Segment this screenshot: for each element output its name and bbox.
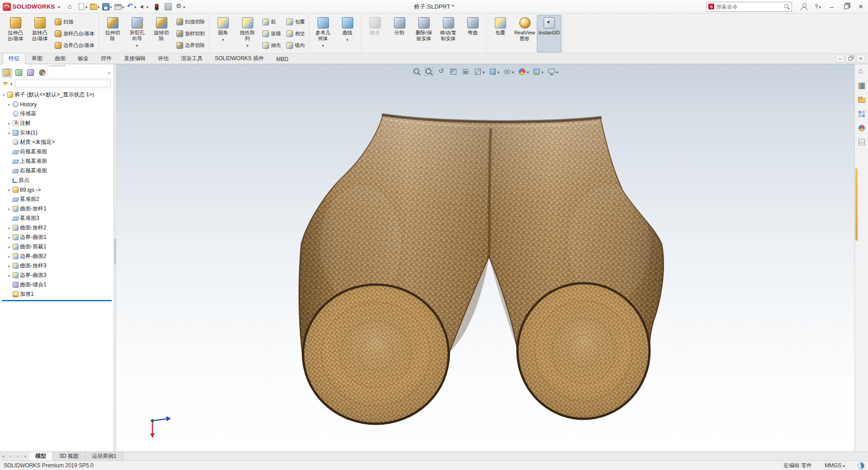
swept-boss-button[interactable]: 扫描 — [52, 16, 97, 28]
rib-button[interactable]: 筋 — [260, 16, 283, 28]
close-button[interactable] — [854, 1, 868, 13]
design-library-button[interactable] — [856, 81, 867, 91]
dropdown-caret-icon[interactable] — [527, 69, 529, 75]
home-button[interactable] — [856, 66, 867, 77]
configurationmanager-tab-button[interactable] — [25, 68, 36, 77]
expand-arrow-icon[interactable] — [6, 131, 12, 135]
dropdown-caret-icon[interactable] — [322, 42, 324, 48]
view-orientation-button[interactable] — [473, 67, 486, 76]
revolved-cut-button[interactable]: 旋转切除 — [149, 15, 174, 52]
reference-geometry-button[interactable]: 参考几何体 — [311, 15, 335, 52]
panel-splitter-grip[interactable] — [0, 64, 114, 67]
viewport[interactable] — [116, 64, 854, 451]
doc-restore-button[interactable] — [846, 55, 855, 62]
tree-item-top-plane[interactable]: 上视基准面 — [0, 157, 114, 166]
tree-item-solid-bodies[interactable]: 实体(1) — [0, 128, 114, 138]
new-document-button[interactable] — [77, 1, 89, 12]
tab-surfaces[interactable]: 曲面 — [49, 53, 71, 64]
realview-graphics-button[interactable]: RealView图形 — [512, 15, 537, 52]
expand-arrow-icon[interactable] — [6, 102, 12, 107]
doc-close-button[interactable] — [856, 55, 865, 62]
tree-item-right-plane[interactable]: 右视基准面 — [0, 166, 114, 176]
expand-arrow-icon[interactable] — [6, 254, 12, 259]
lofted-boss-button[interactable]: 放样凸台/基体 — [52, 28, 97, 39]
tab-direct-editing[interactable]: 直接编辑 — [118, 53, 152, 64]
zoom-area-button[interactable] — [424, 67, 434, 76]
tab-solidworks-add-ins[interactable]: SOLIDWORKS 插件 — [209, 53, 270, 64]
tree-item-sensors[interactable]: 传感器 — [0, 109, 114, 119]
search-input[interactable] — [716, 4, 783, 10]
tree-item-imported-69igs[interactable]: 69.igs -> — [0, 185, 114, 195]
open-button[interactable] — [89, 1, 101, 12]
tree-item-surface-loft2[interactable]: 曲面-放样2 — [0, 223, 114, 233]
file-explorer-button[interactable] — [856, 95, 867, 105]
dropdown-caret-icon[interactable] — [346, 36, 349, 43]
dynamic-annotation-views-button[interactable] — [460, 67, 471, 76]
curves-button[interactable]: 曲线 — [335, 15, 360, 52]
minimize-button[interactable] — [825, 1, 839, 13]
apply-scene-button[interactable] — [531, 67, 545, 76]
revolved-boss-button[interactable]: 旋转凸台/基体 — [28, 15, 52, 52]
view-settings-button[interactable] — [162, 1, 174, 12]
wrap-button[interactable]: 包覆 — [284, 16, 307, 28]
expand-arrow-icon[interactable] — [6, 226, 12, 230]
doc-tab-nav-1[interactable]: ‹ — [7, 452, 14, 461]
home-button[interactable] — [65, 1, 76, 12]
draft-button[interactable]: 拔模 — [260, 28, 283, 39]
tree-item-history[interactable]: History — [0, 100, 114, 109]
save-button[interactable] — [101, 1, 113, 12]
tab-mbd[interactable]: MBD — [270, 54, 294, 64]
mirror-button[interactable]: 镜向 — [284, 40, 307, 51]
units-selector[interactable]: MMGS — [825, 462, 845, 469]
restore-button[interactable] — [839, 1, 854, 13]
doc-tab-3d-views[interactable]: 3D 视图 — [53, 452, 85, 461]
zoom-fit-button[interactable] — [412, 67, 422, 76]
tree-item-boundary-surface3[interactable]: 边界-曲面3 — [0, 271, 114, 280]
previous-view-button[interactable] — [436, 67, 446, 76]
tree-item-surface-loft1[interactable]: 曲面-放样1 — [0, 204, 114, 214]
dropdown-caret-icon[interactable] — [512, 69, 514, 75]
select-button[interactable] — [138, 1, 150, 12]
dropdown-caret-icon[interactable] — [497, 69, 499, 75]
doc-tab-nav-2[interactable]: › — [14, 452, 22, 461]
featuremanager-tab-button[interactable] — [2, 68, 12, 77]
dropdown-caret-icon[interactable] — [483, 69, 485, 75]
boundary-cut-button[interactable]: 边界切除 — [174, 40, 207, 51]
expand-arrow-icon[interactable] — [6, 121, 12, 126]
options-button[interactable] — [175, 1, 186, 12]
propertymanager-tab-button[interactable] — [14, 68, 24, 77]
doc-tab-nav-3[interactable]: » — [22, 452, 29, 461]
tree-item-plane3[interactable]: 基准面3 — [0, 214, 114, 223]
tree-item-material[interactable]: 材质 <未指定> — [0, 138, 114, 147]
panel-flyout-chevron-icon[interactable] — [106, 69, 112, 76]
user-account-icon[interactable] — [800, 3, 807, 10]
expand-arrow-icon[interactable] — [6, 245, 12, 249]
tree-item-surface-loft3[interactable]: 曲面-放样3 — [0, 261, 114, 271]
tree-item-boundary-surface1[interactable]: 边界-曲面1 — [0, 233, 114, 242]
dropdown-caret-icon[interactable] — [136, 42, 138, 48]
instant3d-button[interactable]: Instant3D — [537, 15, 561, 52]
edit-appearance-button[interactable] — [517, 67, 530, 76]
boundary-boss-button[interactable]: 边界凸台/基体 — [52, 40, 97, 51]
appearances-scenes-button[interactable] — [856, 123, 867, 133]
tree-item-thicken1[interactable]: 加厚1 — [0, 290, 114, 299]
undo-button[interactable] — [126, 1, 138, 12]
linear-pattern-button[interactable]: 线性阵列 — [235, 15, 260, 52]
view-settings-button[interactable] — [546, 67, 560, 76]
expand-arrow-icon[interactable] — [6, 264, 12, 268]
view-palette-button[interactable] — [856, 109, 867, 119]
dropdown-caret-icon[interactable] — [222, 36, 224, 43]
wrap-big-button[interactable]: 包覆 — [488, 15, 512, 52]
doc-tab-model[interactable]: 模型 — [29, 452, 53, 461]
expand-arrow-icon[interactable] — [6, 188, 12, 192]
rollback-bar[interactable] — [2, 300, 112, 301]
dropdown-caret-icon[interactable] — [247, 42, 249, 48]
lofted-cut-button[interactable]: 放样切割 — [174, 28, 207, 39]
search-icon[interactable] — [784, 4, 790, 9]
dropdown-caret-icon[interactable] — [541, 69, 544, 75]
shell-button[interactable]: 抽壳 — [260, 40, 283, 51]
expand-arrow-icon[interactable] — [6, 207, 12, 211]
tree-item-annotations[interactable]: 注解 — [0, 119, 114, 128]
tree-item-front-plane[interactable]: 前视基准面 — [0, 147, 114, 157]
tree-item-plane2[interactable]: 基准面2 — [0, 195, 114, 204]
